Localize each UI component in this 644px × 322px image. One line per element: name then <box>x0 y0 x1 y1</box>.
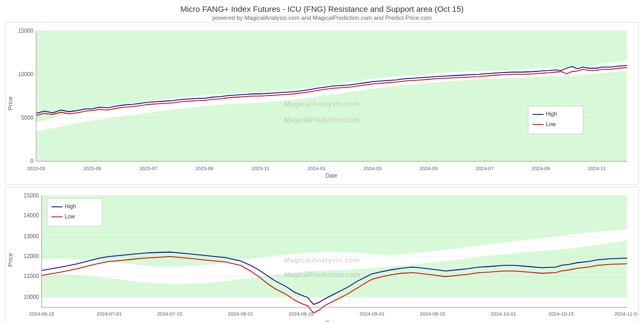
svg-text:Price: Price <box>7 97 13 111</box>
svg-text:2024-09-01: 2024-09-01 <box>360 311 385 317</box>
svg-text:15000: 15000 <box>24 193 39 199</box>
svg-text:5000: 5000 <box>21 115 33 121</box>
svg-text:12000: 12000 <box>24 253 39 259</box>
svg-text:10000: 10000 <box>24 294 39 300</box>
svg-text:2024-10-01: 2024-10-01 <box>491 311 516 317</box>
main-title: Micro FANG+ Index Futures - ICU (FNG) Re… <box>0 4 644 13</box>
page-container: Micro FANG+ Index Futures - ICU (FNG) Re… <box>0 0 644 322</box>
svg-text:2024-11: 2024-11 <box>588 166 606 171</box>
header: Micro FANG+ Index Futures - ICU (FNG) Re… <box>0 0 644 22</box>
svg-text:13000: 13000 <box>24 233 39 239</box>
svg-text:2024-07: 2024-07 <box>475 166 494 171</box>
svg-text:0: 0 <box>31 158 34 164</box>
svg-text:Date: Date <box>326 173 338 179</box>
svg-text:2024-08-15: 2024-08-15 <box>289 311 314 317</box>
svg-text:2024-09: 2024-09 <box>532 166 550 171</box>
sub-title: powered by MagicalAnalysis.com and Magic… <box>0 14 644 21</box>
svg-text:2023-03: 2023-03 <box>27 166 45 171</box>
svg-text:2023-09: 2023-09 <box>195 166 214 171</box>
chart1-svg: Price 15000 10000 5000 0 2023-03 <box>6 23 638 184</box>
svg-text:2024-09-15: 2024-09-15 <box>420 311 445 317</box>
svg-text:2023-05: 2023-05 <box>83 166 101 171</box>
svg-text:2024-06-15: 2024-06-15 <box>29 311 54 317</box>
svg-text:Price: Price <box>7 253 13 267</box>
svg-text:2024-10-15: 2024-10-15 <box>548 311 574 317</box>
svg-text:2023-11: 2023-11 <box>251 166 269 171</box>
svg-text:2024-03: 2024-03 <box>363 166 382 171</box>
svg-rect-24 <box>528 106 583 134</box>
svg-text:2024-01: 2024-01 <box>308 166 326 171</box>
svg-text:2024-08-01: 2024-08-01 <box>228 311 253 317</box>
svg-text:2024-05: 2024-05 <box>420 166 438 171</box>
svg-rect-56 <box>47 199 102 226</box>
svg-text:15000: 15000 <box>18 28 34 34</box>
svg-text:2024-07-15: 2024-07-15 <box>157 311 182 317</box>
chart2-svg: Price 15000 14000 13000 12000 <box>6 187 638 322</box>
svg-text:2024-07-01: 2024-07-01 <box>97 311 122 317</box>
chart1-wrapper: MagicalAnalysis.com MagicalPrediction.co… <box>5 22 639 185</box>
svg-text:High: High <box>65 203 76 209</box>
chart2-wrapper: MagicalAnalysis.com MagicalPrediction.co… <box>5 187 639 322</box>
svg-text:2024-11-01: 2024-11-01 <box>614 311 638 317</box>
svg-text:High: High <box>546 111 557 117</box>
svg-text:14000: 14000 <box>24 213 39 218</box>
charts-container: MagicalAnalysis.com MagicalPrediction.co… <box>0 22 644 322</box>
svg-text:10000: 10000 <box>18 71 34 77</box>
svg-text:11000: 11000 <box>24 273 39 279</box>
svg-text:Low: Low <box>546 121 556 127</box>
svg-text:Low: Low <box>65 214 75 219</box>
svg-text:2023-07: 2023-07 <box>139 166 157 171</box>
